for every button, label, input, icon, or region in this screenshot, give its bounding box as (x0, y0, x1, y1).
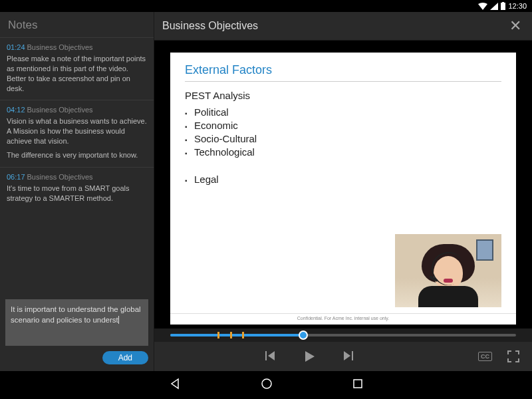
presenter-image (395, 234, 501, 307)
list-item: Economic (185, 120, 501, 131)
prev-icon[interactable] (264, 350, 276, 363)
list-spacer (185, 160, 501, 172)
playback-controls: CC (154, 342, 532, 371)
notes-sidebar: Notes 01:24Business Objectives Please ma… (0, 12, 154, 371)
next-icon[interactable] (342, 350, 354, 363)
note-timestamp[interactable]: 01:24 (7, 43, 25, 51)
clock: 12:30 (508, 2, 527, 10)
svg-rect-0 (501, 3, 505, 10)
fullscreen-icon[interactable] (507, 350, 520, 363)
svg-rect-1 (502, 2, 504, 3)
battery-icon (501, 2, 505, 10)
list-item: Legal (185, 174, 501, 185)
page-title: Business Objectives (162, 20, 507, 32)
note-title: Business Objectives (27, 173, 93, 181)
slide-subtitle: PEST Analysis (185, 90, 501, 101)
video-area[interactable]: External Factors PEST Analysis Political… (154, 41, 532, 329)
slide: External Factors PEST Analysis Political… (170, 53, 516, 325)
slide-bullets: Political Economic Socio-Cultural Techno… (185, 106, 501, 185)
compose-area: It is important to understand the global… (0, 294, 154, 371)
slide-footer: Confidential. For Acme Inc. internal use… (170, 313, 516, 321)
slide-title: External Factors (185, 63, 501, 77)
note-item[interactable]: 04:12Business Objectives Vision is what … (0, 100, 154, 166)
cc-button[interactable]: CC (478, 352, 492, 361)
scrubber-marker[interactable] (217, 332, 219, 338)
svg-rect-2 (265, 351, 267, 360)
scrubber-marker[interactable] (242, 332, 244, 338)
recents-icon[interactable] (352, 378, 363, 392)
note-body: Vision is what a business wants to achie… (7, 116, 147, 160)
close-icon[interactable]: ✕ (507, 17, 524, 35)
back-icon[interactable] (169, 378, 181, 392)
svg-rect-3 (352, 351, 353, 360)
svg-point-4 (262, 379, 271, 388)
note-body: It's time to move from a SMART goals str… (7, 184, 147, 203)
list-item: Socio-Cultural (185, 133, 501, 144)
note-timestamp[interactable]: 04:12 (7, 106, 25, 114)
note-item[interactable]: 01:24Business Objectives Please make a n… (0, 37, 154, 100)
note-title: Business Objectives (27, 106, 93, 114)
content-header: Business Objectives ✕ (154, 12, 532, 41)
scrubber-marker[interactable] (230, 332, 232, 338)
note-timestamp[interactable]: 06:17 (7, 173, 25, 181)
scrubber-played (170, 334, 303, 336)
android-navbar (0, 371, 532, 399)
notes-list[interactable]: 01:24Business Objectives Please make a n… (0, 37, 154, 294)
android-status-bar: 12:30 (0, 0, 532, 12)
play-icon[interactable] (303, 350, 316, 363)
signal-icon (490, 3, 498, 10)
scrubber[interactable] (154, 329, 532, 342)
note-title: Business Objectives (27, 43, 93, 51)
list-item: Political (185, 106, 501, 118)
note-input[interactable]: It is important to understand the global… (5, 299, 148, 346)
note-body: Please make a note of the important poin… (7, 54, 147, 93)
list-item: Technological (185, 146, 501, 158)
svg-rect-5 (354, 380, 362, 388)
wifi-icon (478, 3, 487, 10)
note-item[interactable]: 06:17Business Objectives It's time to mo… (0, 167, 154, 210)
home-icon[interactable] (261, 378, 273, 392)
scrubber-thumb[interactable] (299, 331, 308, 340)
divider (185, 81, 501, 82)
sidebar-title: Notes (0, 12, 154, 37)
main-content: Business Objectives ✕ External Factors P… (154, 12, 532, 371)
